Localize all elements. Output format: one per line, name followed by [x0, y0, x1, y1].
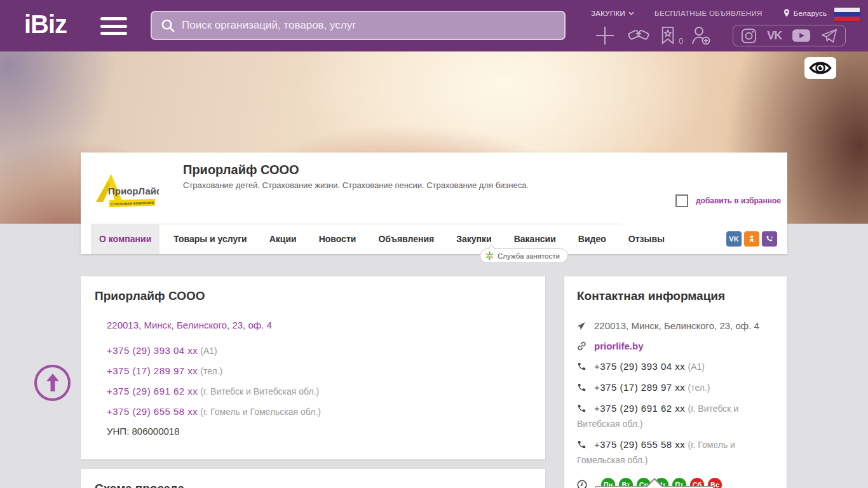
favorites-count: 0: [679, 36, 683, 48]
phone-icon: [577, 362, 587, 371]
tab-Товары и услуги[interactable]: Товары и услуги: [165, 224, 255, 254]
schedule-tooltip-pointer-inner: [648, 480, 661, 487]
about-card: Приорлайф СООО 220013, Минск, Белинского…: [81, 276, 545, 459]
search-icon: [161, 18, 175, 33]
company-description: Страхование детей. Страхование жизни. Ст…: [183, 180, 529, 190]
phone-icon: [577, 383, 587, 392]
chevron-down-icon: [628, 11, 634, 15]
phone-line: +375 (17) 289 97 xx (тел.): [107, 365, 531, 377]
header-links: ЗАКУПКИ БЕСПЛАТНЫЕ ОБЪЯВЛЕНИЯ Беларусь: [591, 8, 826, 19]
search-input[interactable]: [182, 19, 564, 32]
phone-note: (тел.): [198, 366, 222, 376]
contact-phone-row: +375 (29) 393 04 xx (А1): [577, 359, 774, 374]
link-icon: [577, 341, 587, 351]
vk-badge-icon[interactable]: VK: [726, 231, 742, 247]
company-card: ПриорЛайф СТРАХОВАЯ КОМПАНИЯ Приорлайф С…: [81, 152, 787, 254]
vk-icon[interactable]: VK: [767, 29, 782, 43]
logo-subtitle: СТРАХОВАЯ КОМПАНИЯ: [109, 199, 155, 208]
header-icon-row: 0 VK: [591, 23, 858, 48]
procurement-link[interactable]: ЗАКУПКИ: [591, 10, 634, 17]
tabs-row: О компанииТовары и услугиАкцииНовостиОбъ…: [81, 224, 787, 254]
contact-card: Контактная информация 220013, Минск, Бел…: [564, 276, 787, 488]
handshake-icon[interactable]: [619, 26, 658, 45]
language-flag-ru[interactable]: [834, 8, 860, 21]
free-ads-link[interactable]: БЕСПЛАТНЫЕ ОБЪЯВЛЕНИЯ: [654, 10, 763, 17]
youtube-icon[interactable]: [792, 29, 811, 43]
header: iBiz ЗАКУПКИ БЕСПЛАТНЫЕ ОБЪЯВЛЕНИЯ Белар…: [0, 0, 868, 51]
tabs: О компанииТовары и услугиАкцииНовостиОбъ…: [91, 224, 679, 254]
contact-phone-number[interactable]: +375 (29) 691 62 xx: [594, 403, 685, 414]
contact-address-row: 220013, Минск, Белинского, 23, оф. 4: [577, 318, 774, 333]
about-title: Приорлайф СООО: [95, 289, 531, 303]
logo-title: ПриорЛайф: [108, 186, 159, 196]
contact-phone-row: +375 (29) 691 62 xx (г. Витебск и Витебс…: [577, 401, 774, 431]
clock-icon: [577, 480, 587, 488]
add-to-favorites[interactable]: добавить в избранное: [675, 194, 781, 207]
tab-Видео[interactable]: Видео: [570, 224, 614, 254]
location-pin-icon: [783, 8, 790, 18]
favorites-bookmark-icon[interactable]: [658, 26, 677, 45]
company-name: Приорлайф СООО: [183, 163, 299, 177]
eye-icon: [808, 60, 832, 76]
phone-note: (А1): [198, 346, 217, 356]
contact-phone-note: (тел.): [688, 383, 710, 393]
ibiz-logo[interactable]: iBiz: [24, 10, 67, 39]
map-title: Схема проезда: [95, 482, 531, 488]
phone-icon: [577, 440, 587, 449]
phone-line: +375 (29) 655 58 xx (г. Гомель и Гомельс…: [107, 405, 531, 418]
instagram-icon[interactable]: [741, 28, 757, 44]
country-selector[interactable]: Беларусь: [783, 8, 827, 18]
navigation-arrow-icon: [577, 322, 587, 330]
menu-icon[interactable]: [100, 17, 127, 35]
company-social-icons: VK: [726, 231, 777, 247]
phone-number[interactable]: +375 (29) 393 04 xx: [107, 345, 198, 356]
contact-title: Контактная информация: [577, 289, 774, 303]
login-person-icon[interactable]: [683, 25, 719, 46]
tab-Новости[interactable]: Новости: [311, 224, 365, 254]
phone-number[interactable]: +375 (17) 289 97 xx: [107, 365, 198, 376]
contact-phone-note: (А1): [688, 362, 705, 372]
search-bar[interactable]: [151, 11, 566, 40]
viber-icon[interactable]: [762, 231, 777, 247]
back-to-top-button[interactable]: [34, 365, 71, 401]
odnoklassniki-icon[interactable]: [744, 231, 759, 247]
about-phones: +375 (29) 393 04 xx (А1)+375 (17) 289 97…: [107, 344, 531, 418]
favorite-label: добавить в избранное: [696, 196, 781, 205]
company-website-link[interactable]: priorlife.by: [594, 341, 644, 351]
phone-line: +375 (29) 691 62 xx (г. Витебск и Витебс…: [107, 385, 531, 398]
telegram-icon[interactable]: [821, 28, 837, 43]
phone-number[interactable]: +375 (29) 655 58 xx: [107, 406, 198, 417]
favorite-checkbox[interactable]: [675, 194, 688, 207]
add-plus-icon[interactable]: [591, 24, 619, 47]
tab-О компании[interactable]: О компании: [91, 224, 159, 254]
map-card: Схема проезда: [81, 469, 545, 488]
phone-note: (г. Витебск и Витебская обл.): [198, 386, 319, 396]
visibility-eye-button[interactable]: [804, 57, 836, 79]
tab-Акции[interactable]: Акции: [261, 224, 305, 254]
contact-phone-number[interactable]: +375 (29) 655 58 xx: [594, 439, 685, 450]
tooltip-text: Служба занятости: [498, 252, 560, 260]
tab-Объявления[interactable]: Объявления: [370, 224, 442, 254]
company-logo[interactable]: ПриорЛайф СТРАХОВАЯ КОМПАНИЯ: [92, 159, 159, 226]
phone-note: (г. Гомель и Гомельская обл.): [198, 407, 321, 417]
about-address[interactable]: 220013, Минск, Белинского, 23, оф. 4: [107, 320, 531, 330]
tab-Отзывы[interactable]: Отзывы: [620, 224, 673, 254]
phone-line: +375 (29) 393 04 xx (А1): [107, 344, 531, 357]
contact-phones: +375 (29) 393 04 xx (А1)+375 (17) 289 97…: [577, 359, 774, 468]
contact-website-row: priorlife.by: [577, 339, 774, 353]
header-social-links: VK: [733, 25, 846, 46]
page: iBiz ЗАКУПКИ БЕСПЛАТНЫЕ ОБЪЯВЛЕНИЯ Белар…: [0, 0, 868, 488]
contact-phone-row: +375 (29) 655 58 xx (г. Гомель и Гомельс…: [577, 437, 774, 468]
employment-asterisk-icon: [485, 252, 494, 260]
employment-service-tooltip[interactable]: Служба занятости: [480, 248, 568, 263]
contact-phone-row: +375 (17) 289 97 xx (тел.): [577, 380, 774, 395]
arrow-up-icon: [44, 374, 61, 393]
company-unp: УНП: 806000018: [107, 426, 531, 437]
phone-number[interactable]: +375 (29) 691 62 xx: [107, 386, 198, 396]
contact-phone-number[interactable]: +375 (29) 393 04 xx: [594, 361, 685, 372]
phone-icon: [577, 403, 587, 413]
contact-phone-number[interactable]: +375 (17) 289 97 xx: [594, 382, 685, 393]
contact-address[interactable]: 220013, Минск, Белинского, 23, оф. 4: [594, 320, 759, 331]
